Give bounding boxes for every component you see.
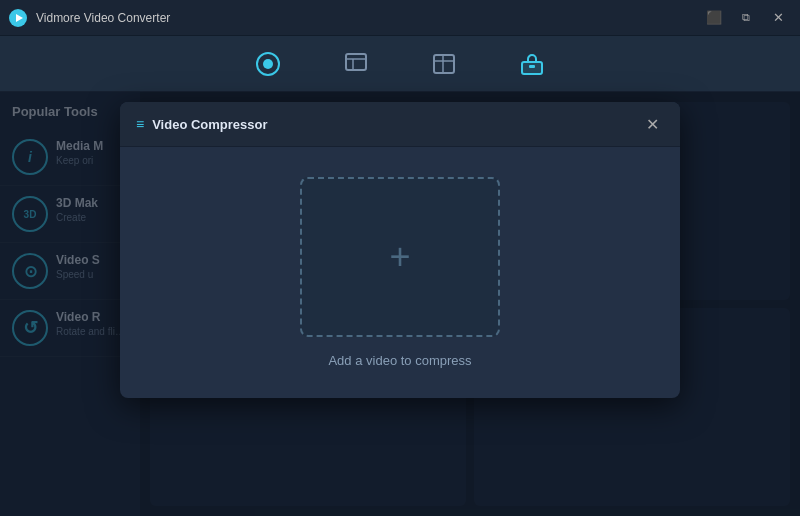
minimize-icon: ⬛ <box>706 10 722 25</box>
modal-close-button[interactable]: ✕ <box>640 112 664 136</box>
modal-overlay: ≡ Video Compressor ✕ + Add a video to co… <box>0 92 800 516</box>
app-title: Vidmore Video Converter <box>36 11 170 25</box>
restore-icon: ⧉ <box>742 11 750 24</box>
svg-rect-5 <box>434 55 454 73</box>
toolbox-icon <box>518 50 546 78</box>
drop-label: Add a video to compress <box>328 353 471 368</box>
nav-item-toolbox[interactable] <box>518 50 546 78</box>
main-content: Popular Tools i Media M Keep ori 3D 3D M… <box>0 92 800 516</box>
video-drop-zone[interactable]: + <box>300 177 500 337</box>
video-compressor-modal: ≡ Video Compressor ✕ + Add a video to co… <box>120 102 680 398</box>
edit-icon <box>342 50 370 78</box>
title-bar-controls: ⬛ ⧉ ✕ <box>700 7 792 29</box>
close-button[interactable]: ✕ <box>764 7 792 29</box>
nav-bar <box>0 36 800 92</box>
compressor-title-icon: ≡ <box>136 116 144 132</box>
minimize-button[interactable]: ⬛ <box>700 7 728 29</box>
modal-close-icon: ✕ <box>646 115 659 134</box>
modal-header: ≡ Video Compressor ✕ <box>120 102 680 147</box>
trim-icon <box>430 50 458 78</box>
modal-body: + Add a video to compress <box>120 147 680 398</box>
modal-header-left: ≡ Video Compressor <box>136 116 268 132</box>
title-bar: Vidmore Video Converter ⬛ ⧉ ✕ <box>0 0 800 36</box>
svg-rect-4 <box>346 54 366 70</box>
close-icon: ✕ <box>773 10 784 25</box>
svg-point-3 <box>263 59 273 69</box>
modal-title: Video Compressor <box>152 117 267 132</box>
app-icon <box>8 8 28 28</box>
nav-item-edit[interactable] <box>342 50 370 78</box>
nav-item-trim[interactable] <box>430 50 458 78</box>
restore-button[interactable]: ⧉ <box>732 7 760 29</box>
nav-item-convert[interactable] <box>254 50 282 78</box>
add-video-icon: + <box>389 239 410 275</box>
convert-icon <box>254 50 282 78</box>
svg-rect-9 <box>529 65 535 68</box>
title-bar-left: Vidmore Video Converter <box>8 8 170 28</box>
